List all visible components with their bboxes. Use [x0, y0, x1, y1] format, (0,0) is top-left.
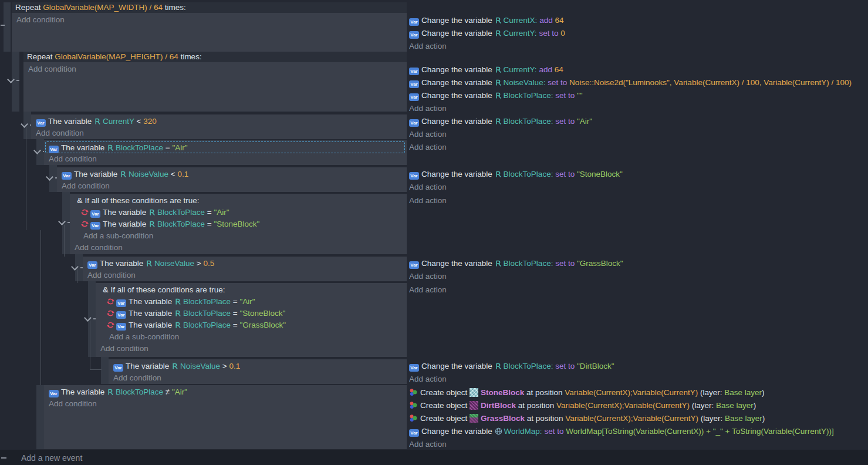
- add-condition-placeholder[interactable]: Add condition: [96, 343, 407, 355]
- actions-panel: Add action: [409, 284, 868, 296]
- add-condition-placeholder[interactable]: Add condition: [12, 14, 407, 26]
- scene-variable-icon: [495, 116, 502, 129]
- add-condition-placeholder[interactable]: Add condition: [83, 269, 407, 281]
- add-subcondition-placeholder[interactable]: Add a sub-condition: [70, 230, 407, 242]
- sub-condition-row[interactable]: VarThe variable BlockToPlace = "StoneBlo…: [96, 308, 407, 319]
- sub-condition-row[interactable]: VarThe variable BlockToPlace = "Air": [96, 296, 407, 308]
- scene-variable-icon: [174, 309, 181, 321]
- add-condition-placeholder[interactable]: Add condition: [44, 398, 407, 410]
- invert-condition-icon: [107, 297, 114, 309]
- condition-row[interactable]: VarThe variable NoiseValue < 0.1: [57, 169, 407, 180]
- action-row[interactable]: VarChange the variable WorldMap: set to …: [409, 425, 868, 438]
- add-condition-placeholder[interactable]: Add condition: [31, 127, 407, 139]
- objects-icon: [409, 413, 417, 426]
- action-row[interactable]: Create object StoneBlock at position Var…: [409, 386, 868, 399]
- variable-badge-icon: Var: [116, 323, 126, 331]
- variable-badge-icon: Var: [409, 31, 419, 39]
- scene-variable-icon: [495, 169, 502, 182]
- if-all-conditions-header[interactable]: & If all of these conditions are true:: [96, 284, 407, 296]
- condition-row[interactable]: VarThe variable CurrentY < 320: [31, 116, 407, 127]
- sub-condition-row[interactable]: VarThe variable BlockToPlace = "StoneBlo…: [70, 218, 407, 230]
- global-variable-icon: [495, 426, 502, 439]
- action-row[interactable]: VarChange the variable BlockToPlace: set…: [409, 257, 868, 270]
- add-condition-placeholder[interactable]: Add condition: [44, 153, 407, 165]
- variable-badge-icon: Var: [116, 311, 126, 319]
- connector-line: [90, 321, 90, 370]
- sub-condition-row[interactable]: VarThe variable BlockToPlace = "GrassBlo…: [96, 319, 407, 331]
- dirt-block-thumbnail: [470, 401, 478, 410]
- invert-condition-icon: [107, 309, 114, 321]
- action-row[interactable]: VarChange the variable CurrentX: add 64: [409, 14, 868, 27]
- add-new-event-button[interactable]: Add a new event: [21, 452, 82, 464]
- scene-variable-icon: [495, 361, 502, 374]
- scene-variable-icon: [174, 297, 181, 309]
- variable-badge-icon: Var: [87, 261, 97, 269]
- condition-row[interactable]: VarThe variable BlockToPlace ≠ "Air": [44, 386, 407, 398]
- add-condition-placeholder[interactable]: Add condition: [57, 180, 407, 192]
- add-action-placeholder[interactable]: Add action: [409, 181, 868, 194]
- add-action-placeholder[interactable]: Add action: [409, 40, 868, 53]
- add-action-placeholder[interactable]: Add action: [409, 141, 868, 154]
- action-row[interactable]: VarChange the variable CurrentY: add 64: [409, 63, 868, 76]
- sub-condition-row[interactable]: VarThe variable BlockToPlace = "Air": [70, 207, 407, 218]
- conditions-panel: & If all of these conditions are true: V…: [96, 283, 407, 357]
- variable-badge-icon: Var: [409, 119, 419, 127]
- add-condition-placeholder[interactable]: Add condition: [23, 63, 407, 75]
- action-row[interactable]: VarChange the variable BlockToPlace: set…: [409, 89, 868, 102]
- add-action-placeholder[interactable]: Add action: [409, 270, 868, 283]
- action-row[interactable]: VarChange the variable BlockToPlace: set…: [409, 168, 868, 181]
- actions-panel: Add action: [409, 194, 868, 207]
- scene-variable-icon: [174, 321, 181, 332]
- add-subcondition-placeholder[interactable]: Add a sub-condition: [96, 331, 407, 343]
- add-condition-placeholder[interactable]: Add condition: [109, 372, 407, 384]
- add-action-placeholder[interactable]: Add action: [409, 284, 868, 296]
- scene-variable-icon: [495, 28, 502, 41]
- action-row[interactable]: VarChange the variable BlockToPlace: set…: [409, 115, 868, 128]
- action-row[interactable]: Create object DirtBlock at position Vari…: [409, 399, 868, 412]
- connector-line: [90, 369, 102, 370]
- conditions-panel: VarThe variable BlockToPlace = "Air" Add…: [44, 140, 407, 165]
- indent-rail: [101, 357, 109, 384]
- add-action-placeholder[interactable]: Add action: [409, 194, 868, 207]
- actions-panel: Add action: [409, 141, 868, 154]
- scene-variable-icon: [171, 362, 178, 373]
- variable-badge-icon: Var: [409, 261, 419, 269]
- conditions-panel: VarThe variable NoiseValue > 0.5 Add con…: [83, 257, 407, 281]
- actions-panel: VarChange the variable CurrentX: add 64 …: [409, 14, 868, 53]
- scene-variable-icon: [148, 220, 156, 231]
- variable-badge-icon: Var: [409, 172, 419, 180]
- conditions-panel: VarThe variable NoiseValue > 0.1 Add con…: [109, 359, 407, 384]
- variable-badge-icon: Var: [409, 18, 419, 26]
- actions-panel: VarChange the variable BlockToPlace: set…: [409, 115, 868, 141]
- conditions-panel: & If all of these conditions are true: V…: [70, 194, 407, 254]
- if-all-conditions-header[interactable]: & If all of these conditions are true:: [70, 195, 407, 207]
- indent-rail: [36, 385, 44, 449]
- stone-block-thumbnail: [470, 388, 478, 397]
- condition-row-selected[interactable]: VarThe variable BlockToPlace = "Air": [45, 141, 405, 153]
- connector-line: [40, 230, 41, 385]
- add-condition-placeholder[interactable]: Add condition: [70, 242, 407, 254]
- action-row[interactable]: VarChange the variable CurrentY: set to …: [409, 27, 868, 40]
- repeat-event-header-map-width[interactable]: Repeat GlobalVariable(MAP_WIDTH) / 64 ti…: [12, 2, 407, 13]
- fold-dash: [1, 25, 5, 26]
- add-event-dash: [1, 457, 6, 459]
- scene-variable-icon: [495, 258, 502, 271]
- condition-row[interactable]: VarThe variable NoiseValue > 0.5: [83, 258, 407, 269]
- grass-block-thumbnail: [470, 414, 478, 423]
- add-action-placeholder[interactable]: Add action: [409, 438, 868, 451]
- variable-badge-icon: Var: [409, 364, 419, 372]
- scene-variable-icon: [146, 259, 153, 271]
- conditions-panel: VarThe variable BlockToPlace ≠ "Air" Add…: [44, 385, 407, 449]
- add-action-placeholder[interactable]: Add action: [409, 128, 868, 141]
- add-action-placeholder[interactable]: Add action: [409, 102, 868, 115]
- variable-badge-icon: Var: [36, 119, 46, 127]
- action-row[interactable]: VarChange the variable BlockToPlace: set…: [409, 360, 868, 373]
- repeat-event-header-map-height[interactable]: Repeat GlobalVariable(MAP_HEIGHT) / 64 t…: [23, 52, 407, 62]
- condition-row[interactable]: VarThe variable NoiseValue > 0.1: [109, 360, 407, 372]
- scene-variable-icon: [148, 208, 156, 220]
- objects-icon: [409, 400, 417, 413]
- add-action-placeholder[interactable]: Add action: [409, 373, 868, 386]
- scene-variable-icon: [495, 90, 502, 103]
- action-row[interactable]: Create object GrassBlock at position Var…: [409, 412, 868, 425]
- action-row[interactable]: VarChange the variable NoiseValue: set t…: [409, 76, 868, 89]
